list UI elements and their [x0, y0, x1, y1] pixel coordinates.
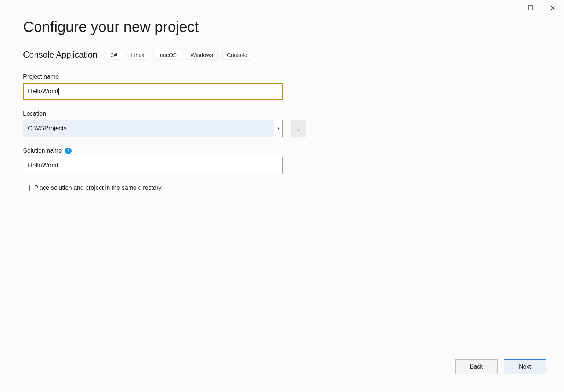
project-name-value: HelloWorld — [28, 88, 58, 95]
chevron-down-icon[interactable]: ▼ — [274, 120, 282, 137]
project-name-input[interactable]: HelloWorld — [23, 83, 283, 100]
template-tags: C# Linux macOS Windows Console — [105, 50, 252, 60]
next-button[interactable]: Next — [504, 359, 546, 374]
same-directory-label: Place solution and project in the same d… — [34, 184, 162, 191]
location-combo[interactable]: C:\VSProjects ▼ — [23, 120, 283, 137]
same-directory-checkbox[interactable] — [23, 185, 30, 191]
template-subtitle: Console Application — [23, 50, 97, 60]
window-controls — [520, 0, 564, 15]
close-icon[interactable] — [542, 0, 564, 15]
browse-button[interactable]: ... — [291, 120, 306, 137]
text-caret-icon — [58, 88, 59, 95]
solution-name-label: Solution name — [23, 147, 62, 154]
solution-name-input[interactable] — [23, 157, 283, 174]
svg-rect-0 — [528, 6, 533, 10]
project-name-label: Project name — [23, 73, 541, 80]
location-value: C:\VSProjects — [24, 125, 274, 132]
info-icon[interactable]: i — [65, 148, 72, 154]
tag-macos: macOS — [153, 50, 181, 60]
back-button[interactable]: Back — [455, 359, 498, 374]
tag-csharp: C# — [105, 50, 122, 60]
tag-windows: Windows — [186, 50, 218, 60]
tag-linux: Linux — [126, 50, 149, 60]
page-title: Configure your new project — [23, 19, 541, 35]
tag-console: Console — [222, 50, 252, 60]
maximize-icon[interactable] — [520, 0, 542, 15]
location-label: Location — [23, 110, 541, 117]
